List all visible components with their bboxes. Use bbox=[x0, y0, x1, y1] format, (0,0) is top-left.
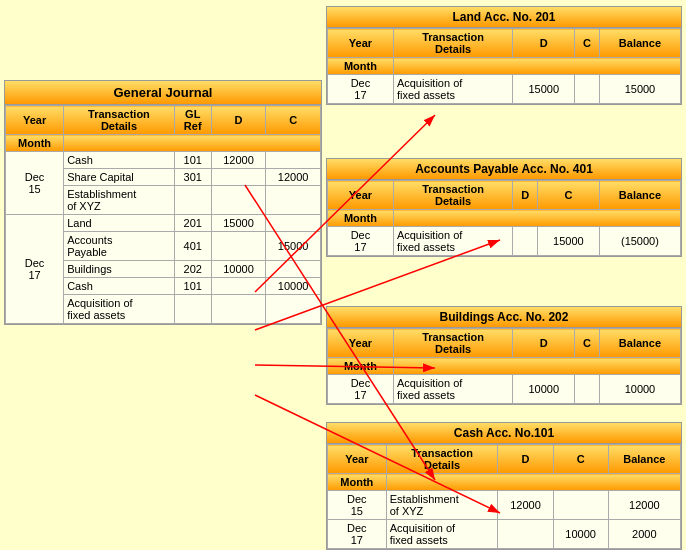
buildings-header-details: TransactionDetails bbox=[393, 329, 512, 358]
cash-cell-dec15: Dec15 bbox=[328, 491, 387, 520]
gj-cell-accountspayable: AccountsPayable bbox=[64, 232, 175, 261]
ap-cell-details: Acquisition offixed assets bbox=[393, 227, 512, 256]
gj-cell-12000d: 12000 bbox=[211, 152, 266, 169]
land-cell-dec17: Dec17 bbox=[328, 75, 394, 104]
cash-header-d: D bbox=[498, 445, 553, 474]
gj-cell-buildings: Buildings bbox=[64, 261, 175, 278]
ap-header-month: Month bbox=[328, 210, 394, 227]
gj-cell-empty8 bbox=[266, 261, 321, 278]
table-row: Dec17 Acquisition offixed assets 15000 (… bbox=[328, 227, 681, 256]
gj-cell-15000c: 15000 bbox=[266, 232, 321, 261]
cash-cell-c1 bbox=[553, 491, 608, 520]
gj-header-year: Year bbox=[6, 106, 64, 135]
gj-header-month: Month bbox=[6, 135, 64, 152]
cash-cell-d1: 12000 bbox=[498, 491, 553, 520]
cash-ledger-table: Year TransactionDetails D C Balance Mont… bbox=[327, 444, 681, 549]
gj-cell-101b: 101 bbox=[174, 278, 211, 295]
buildings-cell-dec17: Dec17 bbox=[328, 375, 394, 404]
general-journal: General Journal Year TransactionDetails … bbox=[4, 80, 322, 325]
gj-cell-cash: Cash bbox=[64, 152, 175, 169]
gj-header-c: C bbox=[266, 106, 321, 135]
cash-ledger: Cash Acc. No.101 Year TransactionDetails… bbox=[326, 422, 682, 550]
gj-cell-empty10 bbox=[174, 295, 211, 324]
buildings-cell-balance: 10000 bbox=[599, 375, 680, 404]
gj-cell-empty7 bbox=[211, 232, 266, 261]
land-ledger: Land Acc. No. 201 Year TransactionDetail… bbox=[326, 6, 682, 105]
cash-cell-dec17: Dec17 bbox=[328, 520, 387, 549]
cash-header-details2 bbox=[386, 474, 680, 491]
gj-header-d: D bbox=[211, 106, 266, 135]
table-row: Dec17 Acquisition offixed assets 10000 2… bbox=[328, 520, 681, 549]
gj-cell-empty9 bbox=[211, 278, 266, 295]
buildings-ledger-table: Year TransactionDetails D C Balance Mont… bbox=[327, 328, 681, 404]
cash-cell-balance2: 2000 bbox=[608, 520, 680, 549]
gj-cell-empty2 bbox=[211, 169, 266, 186]
ap-cell-balance: (15000) bbox=[599, 227, 680, 256]
ap-header-d: D bbox=[513, 181, 538, 210]
cash-header-c: C bbox=[553, 445, 608, 474]
land-header-year: Year bbox=[328, 29, 394, 58]
table-row: Dec15 Establishmentof XYZ 12000 12000 bbox=[328, 491, 681, 520]
gj-header-details2 bbox=[64, 135, 321, 152]
table-row: Dec17 Acquisition offixed assets 15000 1… bbox=[328, 75, 681, 104]
buildings-cell-details: Acquisition offixed assets bbox=[393, 375, 512, 404]
gj-cell-empty6 bbox=[266, 215, 321, 232]
ap-header-details2 bbox=[393, 210, 680, 227]
ap-header-year: Year bbox=[328, 181, 394, 210]
buildings-header-c: C bbox=[575, 329, 600, 358]
land-ledger-title: Land Acc. No. 201 bbox=[327, 7, 681, 28]
cash-header-balance: Balance bbox=[608, 445, 680, 474]
buildings-cell-d: 10000 bbox=[513, 375, 575, 404]
gj-cell-empty5 bbox=[266, 186, 321, 215]
gj-cell-dec15: Dec15 bbox=[6, 152, 64, 215]
cash-cell-c2: 10000 bbox=[553, 520, 608, 549]
cash-cell-details2: Acquisition offixed assets bbox=[386, 520, 498, 549]
buildings-header-balance: Balance bbox=[599, 329, 680, 358]
buildings-header-d: D bbox=[513, 329, 575, 358]
general-journal-title: General Journal bbox=[5, 81, 321, 105]
ap-header-details: TransactionDetails bbox=[393, 181, 512, 210]
gj-cell-empty11 bbox=[211, 295, 266, 324]
gj-cell-acquisition: Acquisition offixed assets bbox=[64, 295, 175, 324]
buildings-header-year: Year bbox=[328, 329, 394, 358]
ap-ledger-title: Accounts Payable Acc. No. 401 bbox=[327, 159, 681, 180]
gj-cell-sharecapital: Share Capital bbox=[64, 169, 175, 186]
gj-cell-301: 301 bbox=[174, 169, 211, 186]
land-cell-c bbox=[575, 75, 600, 104]
land-header-details2 bbox=[393, 58, 680, 75]
buildings-header-month: Month bbox=[328, 358, 394, 375]
cash-header-year: Year bbox=[328, 445, 387, 474]
gj-cell-empty12 bbox=[266, 295, 321, 324]
ap-cell-dec17: Dec17 bbox=[328, 227, 394, 256]
buildings-ledger-title: Buildings Acc. No. 202 bbox=[327, 307, 681, 328]
land-cell-d: 15000 bbox=[513, 75, 575, 104]
gj-cell-15000d: 15000 bbox=[211, 215, 266, 232]
gj-cell-202: 202 bbox=[174, 261, 211, 278]
cash-cell-d2 bbox=[498, 520, 553, 549]
ap-ledger: Accounts Payable Acc. No. 401 Year Trans… bbox=[326, 158, 682, 257]
cash-header-month: Month bbox=[328, 474, 387, 491]
gj-header-glref: GLRef bbox=[174, 106, 211, 135]
gj-cell-empty3 bbox=[174, 186, 211, 215]
buildings-cell-c bbox=[575, 375, 600, 404]
land-header-d: D bbox=[513, 29, 575, 58]
table-row: Dec15 Cash 101 12000 bbox=[6, 152, 321, 169]
land-cell-balance: 15000 bbox=[599, 75, 680, 104]
table-row: Dec17 Acquisition offixed assets 10000 1… bbox=[328, 375, 681, 404]
land-header-month: Month bbox=[328, 58, 394, 75]
table-row: Dec17 Land 201 15000 bbox=[6, 215, 321, 232]
gj-cell-dec17: Dec17 bbox=[6, 215, 64, 324]
cash-ledger-title: Cash Acc. No.101 bbox=[327, 423, 681, 444]
land-ledger-table: Year TransactionDetails D C Balance Mont… bbox=[327, 28, 681, 104]
gj-header-details: TransactionDetails bbox=[64, 106, 175, 135]
gj-cell-12000c: 12000 bbox=[266, 169, 321, 186]
ap-header-balance: Balance bbox=[599, 181, 680, 210]
gj-cell-empty4 bbox=[211, 186, 266, 215]
gj-cell-cash2: Cash bbox=[64, 278, 175, 295]
gj-cell-10000d: 10000 bbox=[211, 261, 266, 278]
gj-cell-estxyz: Establishmentof XYZ bbox=[64, 186, 175, 215]
land-header-c: C bbox=[575, 29, 600, 58]
buildings-header-details2 bbox=[393, 358, 680, 375]
general-journal-table: Year TransactionDetails GLRef D C Month … bbox=[5, 105, 321, 324]
cash-header-details: TransactionDetails bbox=[386, 445, 498, 474]
